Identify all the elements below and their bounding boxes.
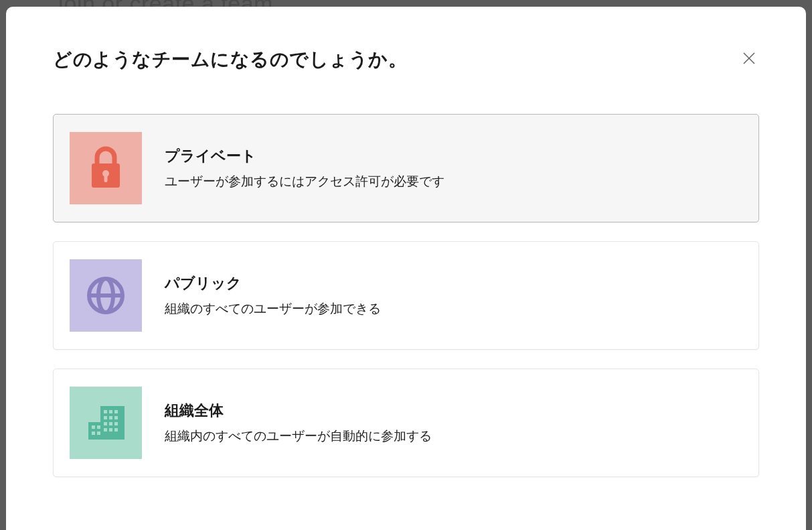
option-public-title: パブリック (165, 273, 742, 293)
svg-rect-14 (109, 416, 112, 419)
svg-rect-4 (104, 175, 108, 182)
globe-icon (70, 259, 142, 332)
dialog-title: どのようなチームになるのでしょうか。 (53, 47, 407, 72)
dialog-header: どのようなチームになるのでしょうか。 (53, 47, 759, 72)
svg-rect-22 (92, 425, 95, 429)
option-private-title: プライベート (165, 146, 742, 166)
svg-rect-12 (114, 410, 118, 413)
option-private-text: プライベート ユーザーが参加するにはアクセス許可が必要です (165, 146, 742, 190)
option-public-text: パブリック 組織のすべてのユーザーが参加できる (165, 273, 742, 318)
svg-rect-13 (104, 416, 107, 419)
building-icon (70, 387, 142, 459)
svg-rect-20 (109, 428, 112, 432)
svg-rect-21 (114, 428, 118, 432)
option-private-description: ユーザーが参加するにはアクセス許可が必要です (165, 173, 742, 190)
svg-rect-15 (114, 416, 118, 419)
svg-rect-9 (88, 422, 104, 440)
option-org-wide[interactable]: 組織全体 組織内のすべてのユーザーが自動的に参加する (53, 369, 759, 477)
svg-rect-24 (92, 432, 95, 435)
svg-rect-23 (97, 425, 100, 429)
svg-rect-16 (104, 422, 107, 425)
option-org-wide-title: 組織全体 (165, 401, 742, 421)
svg-rect-18 (114, 422, 118, 425)
svg-rect-11 (109, 410, 112, 413)
option-public-description: 組織のすべてのユーザーが参加できる (165, 300, 742, 318)
close-button[interactable] (739, 48, 759, 68)
option-org-wide-description: 組織内のすべてのユーザーが自動的に参加する (165, 427, 742, 445)
team-type-dialog: どのようなチームになるのでしょうか。 プライベート (6, 7, 806, 530)
option-private[interactable]: プライベート ユーザーが参加するにはアクセス許可が必要です (53, 114, 759, 222)
svg-rect-19 (104, 428, 107, 432)
option-public[interactable]: パブリック 組織のすべてのユーザーが参加できる (53, 241, 759, 350)
option-org-wide-text: 組織全体 組織内のすべてのユーザーが自動的に参加する (165, 401, 742, 445)
lock-icon (70, 132, 142, 204)
svg-rect-17 (109, 422, 112, 425)
team-type-options: プライベート ユーザーが参加するにはアクセス許可が必要です パブリック 組織のす… (53, 114, 759, 477)
svg-rect-10 (104, 410, 107, 413)
svg-rect-25 (97, 432, 100, 435)
close-icon (742, 51, 756, 66)
